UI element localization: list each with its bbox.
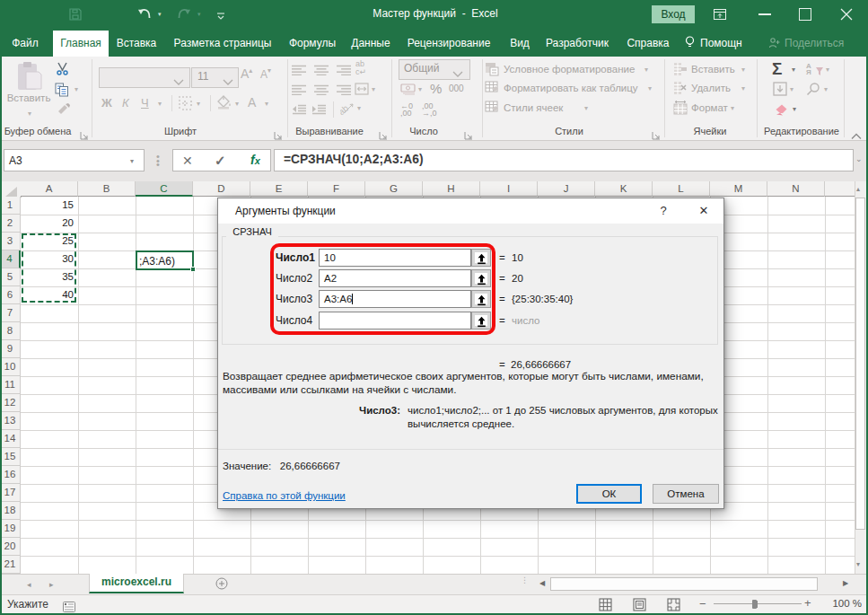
svg-text:ab: ab [340, 103, 351, 115]
